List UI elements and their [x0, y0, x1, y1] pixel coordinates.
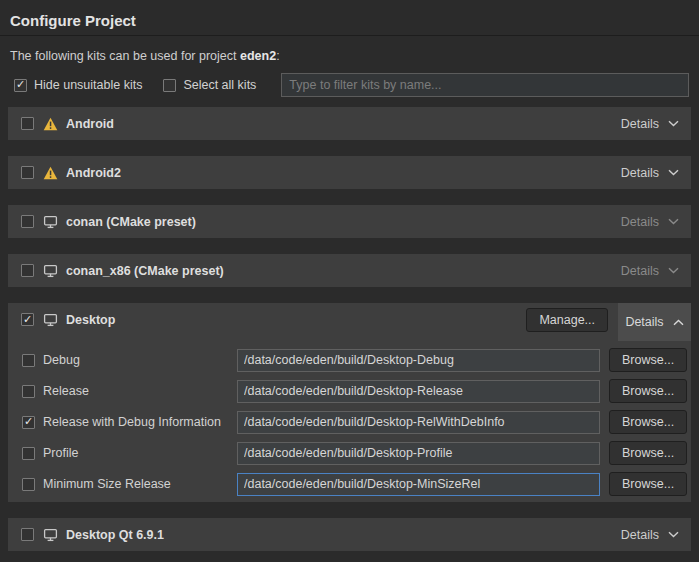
kit-list: Android Details Android2 Details [8, 107, 691, 551]
build-config-option[interactable]: Profile [22, 446, 237, 460]
build-config-checkbox[interactable] [22, 416, 35, 429]
kits-description-suffix: : [276, 49, 279, 63]
filter-bar: Hide unsuitable kits Select all kits [14, 73, 689, 97]
chevron-down-icon [668, 531, 679, 538]
desktop-icon [43, 313, 58, 327]
details-button[interactable]: Details [621, 166, 679, 180]
kit-name: Android2 [66, 166, 121, 180]
build-config-option[interactable]: Debug [22, 353, 237, 367]
kit-panel-conan-x86: conan_x86 (CMake preset) Details [8, 254, 691, 287]
build-dir-input-focused[interactable] [237, 473, 600, 496]
browse-button[interactable]: Browse... [609, 410, 687, 434]
build-dir-input[interactable] [237, 349, 600, 372]
browse-button[interactable]: Browse... [609, 441, 687, 465]
kits-description-prefix: The following kits can be used for proje… [10, 49, 240, 63]
kit-filter-input[interactable] [281, 73, 689, 97]
build-config-checkbox[interactable] [22, 447, 35, 460]
build-config-row-debug: Debug Browse... [22, 348, 687, 372]
kit-checkbox[interactable] [21, 166, 34, 179]
build-config-label: Minimum Size Release [43, 477, 171, 491]
kit-panel-conan: conan (CMake preset) Details [8, 205, 691, 238]
build-config-row-profile: Profile Browse... [22, 441, 687, 465]
kit-name: conan (CMake preset) [66, 215, 196, 229]
kit-checkbox[interactable] [21, 528, 34, 541]
kit-panel-android: Android Details [8, 107, 691, 140]
details-button-disabled: Details [621, 264, 679, 278]
build-config-label: Release [43, 384, 89, 398]
select-all-kits-label: Select all kits [183, 78, 256, 92]
manage-button[interactable]: Manage... [526, 308, 608, 332]
kit-header-conan: conan (CMake preset) Details [8, 205, 691, 238]
configure-project-page: Configure Project The following kits can… [0, 0, 699, 562]
kits-description: The following kits can be used for proje… [0, 49, 699, 63]
kit-panel-desktop-qt: Desktop Qt 6.9.1 Details [8, 518, 691, 551]
kit-header-desktop-qt: Desktop Qt 6.9.1 Details [8, 518, 691, 551]
chevron-down-icon [668, 218, 679, 225]
details-label: Details [621, 166, 659, 180]
build-config-row-release: Release Browse... [22, 379, 687, 403]
details-button-disabled: Details [621, 215, 679, 229]
build-config-checkbox[interactable] [22, 385, 35, 398]
warning-icon [43, 117, 58, 131]
select-all-kits-checkbox[interactable] [163, 79, 176, 92]
chevron-down-icon [668, 169, 679, 176]
details-label: Details [621, 215, 659, 229]
desktop-icon [43, 528, 58, 542]
kit-checkbox[interactable] [21, 117, 34, 130]
kit-header-desktop: Desktop Manage... [8, 303, 691, 336]
kit-name: Desktop [66, 313, 115, 327]
desktop-icon [43, 215, 58, 229]
kit-checkbox[interactable] [21, 313, 34, 326]
kit-panel-android2: Android2 Details [8, 156, 691, 189]
build-config-label: Profile [43, 446, 78, 460]
details-button-expanded[interactable]: Details [618, 303, 691, 341]
details-button[interactable]: Details [621, 117, 679, 131]
build-dir-input[interactable] [237, 380, 600, 403]
build-config-option[interactable]: Release [22, 384, 237, 398]
chevron-down-icon [668, 120, 679, 127]
hide-unsuitable-kits-checkbox[interactable] [14, 79, 27, 92]
project-name: eden2 [240, 49, 276, 63]
kit-checkbox[interactable] [21, 215, 34, 228]
build-config-option[interactable]: Release with Debug Information [22, 415, 237, 429]
page-title: Configure Project [0, 12, 699, 30]
kit-name: conan_x86 (CMake preset) [66, 264, 224, 278]
kit-name: Desktop Qt 6.9.1 [66, 528, 164, 542]
build-config-option[interactable]: Minimum Size Release [22, 477, 237, 491]
build-dir-input[interactable] [237, 411, 600, 434]
hide-unsuitable-kits-option[interactable]: Hide unsuitable kits [14, 78, 142, 92]
kit-header-android: Android Details [8, 107, 691, 140]
browse-button[interactable]: Browse... [609, 472, 687, 496]
build-config-checkbox[interactable] [22, 354, 35, 367]
details-label: Details [621, 528, 659, 542]
build-config-label: Debug [43, 353, 80, 367]
chevron-down-icon [668, 267, 679, 274]
build-dir-input[interactable] [237, 442, 600, 465]
details-label: Details [621, 117, 659, 131]
warning-icon [43, 166, 58, 180]
select-all-kits-option[interactable]: Select all kits [163, 78, 256, 92]
hide-unsuitable-kits-label: Hide unsuitable kits [34, 78, 142, 92]
chevron-up-icon [673, 319, 684, 326]
title-divider [0, 35, 699, 36]
desktop-icon [43, 264, 58, 278]
kit-header-conan-x86: conan_x86 (CMake preset) Details [8, 254, 691, 287]
build-config-row-minsizerel: Minimum Size Release Browse... [22, 472, 687, 496]
kit-name: Android [66, 117, 114, 131]
kit-header-android2: Android2 Details [8, 156, 691, 189]
build-config-checkbox[interactable] [22, 478, 35, 491]
browse-button[interactable]: Browse... [609, 348, 687, 372]
details-label: Details [621, 264, 659, 278]
build-config-label: Release with Debug Information [43, 415, 221, 429]
build-config-row-relwithdebinfo: Release with Debug Information Browse... [22, 410, 687, 434]
details-button[interactable]: Details [621, 528, 679, 542]
browse-button[interactable]: Browse... [609, 379, 687, 403]
kit-panel-desktop: Desktop Manage... Details Debug Browse..… [8, 303, 691, 502]
kit-checkbox[interactable] [21, 264, 34, 277]
details-label: Details [625, 315, 663, 329]
